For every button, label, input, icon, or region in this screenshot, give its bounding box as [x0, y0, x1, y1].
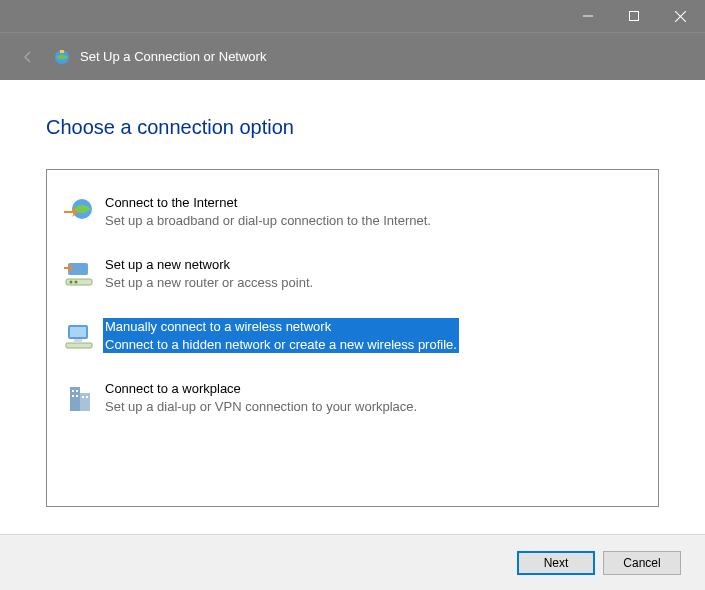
wizard-header: Set Up a Connection or Network	[0, 32, 705, 80]
page-heading: Choose a connection option	[46, 116, 659, 139]
option-title: Set up a new network	[105, 256, 313, 274]
svg-rect-22	[86, 396, 88, 398]
network-wizard-icon	[52, 47, 72, 67]
router-setup-icon	[61, 256, 97, 292]
wireless-computer-icon	[61, 318, 97, 354]
window-title: Set Up a Connection or Network	[80, 49, 266, 64]
svg-rect-21	[82, 396, 84, 398]
svg-rect-15	[70, 387, 80, 411]
svg-rect-5	[60, 50, 64, 53]
option-desc: Set up a new router or access point.	[105, 274, 313, 292]
option-desc: Connect to a hidden network or create a …	[105, 336, 457, 354]
option-connect-to-internet[interactable]: Connect to the Internet Set up a broadba…	[57, 188, 648, 236]
option-manually-connect-wireless[interactable]: Manually connect to a wireless network C…	[57, 312, 648, 360]
maximize-button[interactable]	[611, 0, 657, 32]
back-button[interactable]	[16, 45, 40, 69]
option-title: Connect to a workplace	[105, 380, 417, 398]
internet-globe-icon	[61, 194, 97, 230]
svg-rect-20	[76, 395, 78, 397]
next-button[interactable]: Next	[517, 551, 595, 575]
workplace-building-icon	[61, 380, 97, 416]
svg-rect-13	[66, 343, 92, 348]
svg-rect-17	[72, 390, 74, 392]
svg-point-9	[70, 281, 73, 284]
svg-rect-12	[70, 327, 86, 337]
minimize-button[interactable]	[565, 0, 611, 32]
window-titlebar	[0, 0, 705, 32]
svg-rect-19	[72, 395, 74, 397]
svg-rect-16	[80, 393, 90, 411]
option-title: Connect to the Internet	[105, 194, 431, 212]
svg-point-10	[75, 281, 78, 284]
wizard-footer: Next Cancel	[0, 534, 705, 590]
svg-rect-1	[630, 12, 639, 21]
connection-options-list: Connect to the Internet Set up a broadba…	[46, 169, 659, 507]
wizard-content: Choose a connection option Connect to th…	[0, 80, 705, 534]
option-connect-to-workplace[interactable]: Connect to a workplace Set up a dial-up …	[57, 374, 648, 422]
option-desc: Set up a broadband or dial-up connection…	[105, 212, 431, 230]
option-desc: Set up a dial-up or VPN connection to yo…	[105, 398, 417, 416]
svg-rect-14	[74, 339, 82, 343]
option-set-up-new-network[interactable]: Set up a new network Set up a new router…	[57, 250, 648, 298]
option-title: Manually connect to a wireless network	[105, 318, 457, 336]
close-button[interactable]	[657, 0, 703, 32]
svg-rect-18	[76, 390, 78, 392]
cancel-button[interactable]: Cancel	[603, 551, 681, 575]
